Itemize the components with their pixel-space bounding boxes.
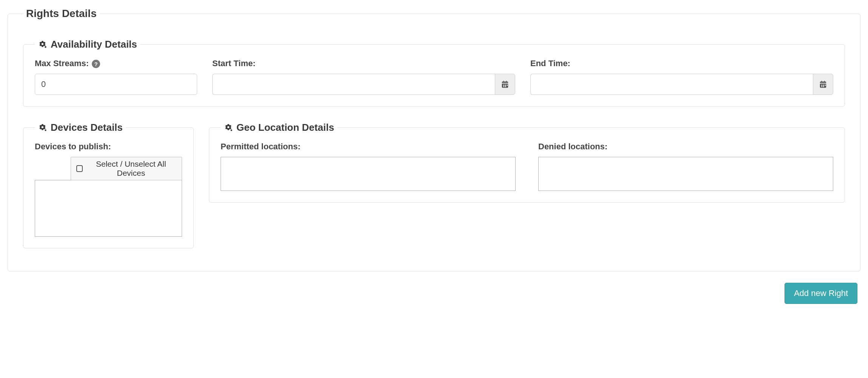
start-time-group	[212, 74, 515, 95]
help-icon[interactable]: ?	[92, 60, 100, 68]
max-streams-label-text: Max Streams:	[35, 59, 89, 68]
rights-details-title: Rights Details	[26, 8, 97, 20]
geo-title: Geo Location Details	[236, 122, 334, 133]
permitted-locations-listbox[interactable]	[221, 157, 516, 191]
availability-title: Availability Details	[51, 39, 137, 50]
add-new-right-button[interactable]: Add new Right	[785, 283, 857, 304]
checkbox-icon	[76, 165, 83, 172]
start-time-calendar-button[interactable]	[495, 74, 515, 95]
end-time-input[interactable]	[530, 74, 813, 95]
denied-locations-listbox[interactable]	[538, 157, 833, 191]
rights-details-legend: Rights Details	[23, 8, 100, 20]
availability-details-fieldset: Availability Details Max Streams: ? Star…	[23, 39, 845, 107]
devices-geo-row: Devices Details Devices to publish: Sele…	[23, 118, 845, 260]
rights-details-fieldset: Rights Details Availability Details Max …	[8, 8, 860, 271]
calendar-icon	[819, 80, 827, 88]
end-time-group	[530, 74, 833, 95]
end-time-calendar-button[interactable]	[813, 74, 833, 95]
denied-locations-label: Denied locations:	[538, 142, 833, 152]
end-time-col: End Time:	[530, 59, 833, 95]
availability-details-legend: Availability Details	[35, 39, 140, 50]
svg-point-1	[45, 129, 46, 131]
devices-title: Devices Details	[51, 122, 123, 133]
max-streams-label: Max Streams: ?	[35, 59, 197, 68]
geo-row: Permitted locations: Denied locations:	[221, 142, 833, 191]
permitted-col: Permitted locations:	[221, 142, 516, 191]
max-streams-col: Max Streams: ?	[35, 59, 197, 95]
select-all-label: Select / Unselect All Devices	[86, 160, 176, 178]
devices-listbox[interactable]	[35, 180, 182, 237]
denied-col: Denied locations:	[538, 142, 833, 191]
geo-location-details-fieldset: Geo Location Details Permitted locations…	[209, 122, 845, 203]
end-time-label: End Time:	[530, 59, 833, 68]
gears-icon	[38, 40, 48, 50]
geo-location-legend: Geo Location Details	[221, 122, 337, 133]
devices-details-fieldset: Devices Details Devices to publish: Sele…	[23, 122, 194, 248]
svg-point-2	[230, 129, 232, 131]
gears-icon	[38, 123, 48, 133]
select-all-devices-button[interactable]: Select / Unselect All Devices	[71, 157, 182, 180]
footer-actions: Add new Right	[8, 283, 860, 304]
start-time-col: Start Time:	[212, 59, 515, 95]
start-time-input[interactable]	[212, 74, 495, 95]
gears-icon	[224, 123, 233, 133]
devices-details-legend: Devices Details	[35, 122, 126, 133]
permitted-locations-label: Permitted locations:	[221, 142, 516, 152]
start-time-label: Start Time:	[212, 59, 515, 68]
calendar-icon	[501, 80, 509, 88]
availability-row: Max Streams: ? Start Time: End Tim	[35, 59, 833, 95]
devices-publish-label: Devices to publish:	[35, 142, 182, 152]
max-streams-input[interactable]	[35, 74, 197, 95]
